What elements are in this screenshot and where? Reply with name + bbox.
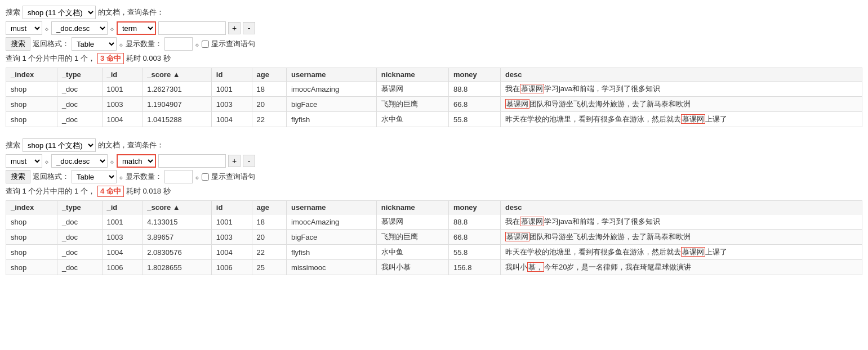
table-cell: 22 [252, 112, 287, 127]
options-row-1: 搜索 返回格式： Table ⬦ 显示数量： 10 ⬦ 显示查询语句 [6, 37, 862, 51]
table-cell: 20 [252, 97, 287, 112]
table-cell: 1.8028655 [143, 260, 212, 275]
table-cell: 22 [252, 245, 287, 260]
col-index-2: _index [6, 201, 57, 214]
format-select-2[interactable]: Table [72, 170, 117, 183]
desc-cell: 我在慕课网学习java和前端，学习到了很多知识 [500, 214, 862, 230]
table-cell: missimooc [287, 260, 377, 275]
search-row-2: 搜索 shop (11 个文档) 的文档，查询条件： [6, 138, 862, 152]
table-cell: 18 [252, 82, 287, 97]
show-query-label-1: 显示查询语句 [211, 39, 255, 49]
col-age-2: age [252, 201, 287, 214]
search-button-2[interactable]: 搜索 [6, 170, 30, 183]
info-bar-1: 查询 1 个分片中用的 1 个， 3 命中 耗时 0.003 秒 [6, 53, 862, 64]
hit-count-1: 3 命中 [97, 53, 124, 64]
search-label-2: 搜索 [6, 140, 20, 150]
table-cell: 1.0415288 [143, 112, 212, 127]
desc-cell: 慕课网团队和导游坐飞机去海外旅游，去了新马泰和欧洲 [500, 230, 862, 245]
info-prefix-1: 查询 1 个分片中用的 1 个， [6, 53, 95, 64]
show-query-checkbox-row-1: 显示查询语句 [202, 39, 255, 49]
table-row: shop_doc10031.1904907100320bigFace飞翔的巨鹰6… [6, 97, 862, 112]
table-cell: 18 [252, 214, 287, 230]
shop-select-1[interactable]: shop (11 个文档) [23, 6, 96, 19]
must-select-1[interactable]: must [6, 21, 42, 35]
table-cell: 156.8 [448, 260, 500, 275]
col-nickname-1: nickname [376, 68, 448, 82]
table-cell: 水中鱼 [376, 112, 448, 127]
col-desc-2: desc [500, 201, 862, 214]
table-cell: 1004 [211, 112, 252, 127]
table-cell: 1001 [102, 214, 143, 230]
col-score-1: _score ▲ [143, 68, 212, 82]
show-query-checkbox-1[interactable] [202, 41, 209, 48]
query-input-1[interactable]: 慕课网 [158, 21, 226, 35]
show-query-checkbox-2[interactable] [202, 173, 209, 181]
show-query-checkbox-row-2: 显示查询语句 [202, 172, 255, 182]
highlight-text: 慕， [527, 262, 544, 272]
search-label-1: 搜索 [6, 7, 20, 17]
table-cell: 1003 [102, 230, 143, 245]
de-label-1: 的文档，查询条件： [98, 7, 164, 17]
count-input-1[interactable]: 10 [164, 37, 193, 51]
table-cell: shop [6, 214, 57, 230]
table-row: shop_doc10033.89657100320bigFace飞翔的巨鹰66.… [6, 230, 862, 245]
results-table-1: _index _type _id _score ▲ id age usernam… [6, 68, 862, 127]
desc-cell: 昨天在学校的池塘里，看到有很多鱼在游泳，然后就去慕课网上课了 [500, 112, 862, 127]
format-label-1: 返回格式： [33, 39, 69, 49]
must-select-2[interactable]: must [6, 154, 42, 168]
table-cell: _doc [57, 214, 102, 230]
col-money-2: money [448, 201, 500, 214]
show-query-label-2: 显示查询语句 [211, 172, 255, 182]
table-cell: 88.8 [448, 82, 500, 97]
de-label-2: 的文档，查询条件： [98, 140, 164, 150]
query-type-select-1[interactable]: term [117, 21, 156, 35]
table-cell: 1.2627301 [143, 82, 212, 97]
field-select-2[interactable]: _doc.desc [51, 154, 108, 168]
divider-icon-6: ⬦ [110, 157, 114, 165]
info-prefix-2: 查询 1 个分片中用的 1 个， [6, 186, 95, 196]
table-row: shop_doc10011.2627301100118imoocAmazing慕… [6, 82, 862, 97]
search-button-1[interactable]: 搜索 [6, 37, 30, 51]
table-header-row-2: _index _type _id _score ▲ id age usernam… [6, 201, 862, 214]
table-row: shop_doc10014.133015100118imoocAmazing慕课… [6, 214, 862, 230]
table-cell: _doc [57, 112, 102, 127]
section-1: 搜索 shop (11 个文档) 的文档，查询条件： must ⬦ _doc.d… [6, 6, 862, 127]
table-cell: 慕课网 [376, 82, 448, 97]
table-cell: 1003 [211, 230, 252, 245]
table-cell: 1004 [102, 245, 143, 260]
table-cell: 55.8 [448, 112, 500, 127]
hit-count-2: 4 命中 [97, 186, 124, 197]
query-input-2[interactable]: 慕课网 [158, 154, 226, 168]
table-cell: 1.1904907 [143, 97, 212, 112]
table-cell: bigFace [287, 230, 377, 245]
query-type-select-2[interactable]: match [117, 154, 156, 168]
col-docid-2: id [211, 201, 252, 214]
field-select-1[interactable]: _doc.desc [51, 21, 108, 35]
shop-select-2[interactable]: shop (11 个文档) [23, 138, 96, 152]
add-condition-button-2[interactable]: + [228, 155, 241, 167]
table-cell: 1003 [211, 97, 252, 112]
table-cell: _doc [57, 260, 102, 275]
table-cell: 1001 [211, 82, 252, 97]
remove-condition-button-1[interactable]: - [243, 22, 255, 34]
table-cell: bigFace [287, 97, 377, 112]
format-select-1[interactable]: Table [72, 37, 117, 51]
col-id-2: _id [102, 201, 143, 214]
table-cell: 88.8 [448, 214, 500, 230]
table-cell: flyfish [287, 112, 377, 127]
table-cell: 慕课网 [376, 214, 448, 230]
table-cell: 1006 [211, 260, 252, 275]
col-desc-1: desc [500, 68, 862, 82]
count-input-2[interactable]: 10 [164, 170, 193, 183]
col-index-1: _index [6, 68, 57, 82]
table-cell: _doc [57, 230, 102, 245]
col-username-1: username [287, 68, 377, 82]
remove-condition-button-2[interactable]: - [243, 155, 255, 167]
add-condition-button-1[interactable]: + [228, 22, 241, 34]
desc-cell: 昨天在学校的池塘里，看到有很多鱼在游泳，然后就去慕课网上课了 [500, 245, 862, 260]
table-cell: 25 [252, 260, 287, 275]
results-table-2: _index _type _id _score ▲ id age usernam… [6, 200, 862, 275]
col-score-2: _score ▲ [143, 201, 212, 214]
table-cell: 1004 [211, 245, 252, 260]
table-cell: _doc [57, 82, 102, 97]
